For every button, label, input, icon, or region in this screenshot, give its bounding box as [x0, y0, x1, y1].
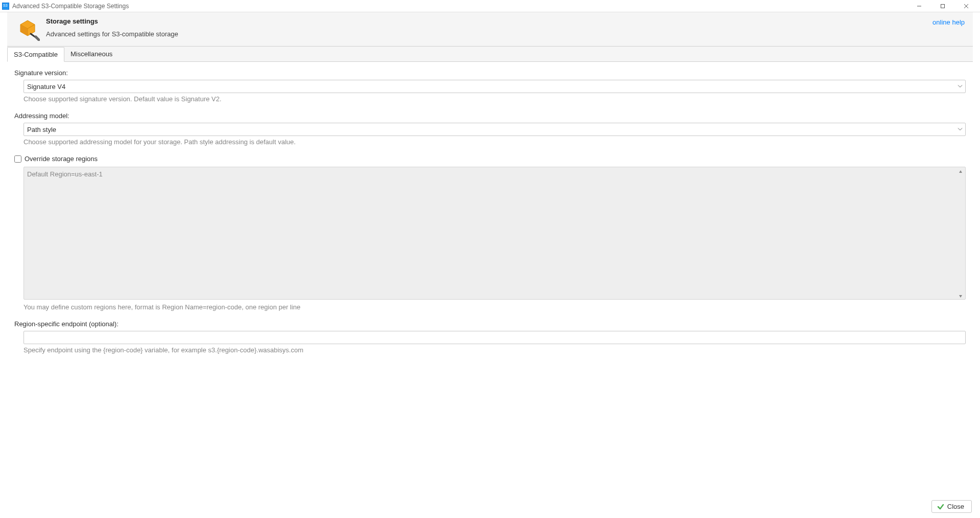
- header-panel: Storage settings Advanced settings for S…: [7, 12, 973, 47]
- tab-s3-compatible[interactable]: S3-Compatible: [7, 47, 64, 62]
- endpoint-input[interactable]: [24, 331, 966, 344]
- override-regions-row: Override storage regions: [14, 155, 966, 163]
- addressing-model-label: Addressing model:: [14, 112, 966, 120]
- minimize-icon: [917, 4, 922, 9]
- minimize-button[interactable]: [907, 0, 931, 12]
- endpoint-help: Specify endpoint using the {region-code}…: [24, 346, 966, 354]
- endpoint-label: Region-specific endpoint (optional):: [14, 320, 966, 328]
- signature-version-value: Signature V4: [27, 83, 65, 91]
- close-button[interactable]: Close: [931, 500, 972, 513]
- window-controls: [907, 0, 978, 12]
- signature-version-help: Choose supported signature version. Defa…: [24, 95, 966, 103]
- addressing-model-value: Path style: [27, 126, 56, 133]
- addressing-model-select[interactable]: Path style: [24, 123, 966, 136]
- header-subtitle: Advanced settings for S3-compatible stor…: [46, 30, 932, 38]
- close-icon: [964, 4, 969, 9]
- override-regions-label: Override storage regions: [25, 155, 98, 163]
- regions-textarea-wrap: [24, 167, 966, 301]
- signature-version-label: Signature version:: [14, 69, 966, 77]
- tabbar: S3-Compatible Miscellaneous: [7, 47, 973, 62]
- tab-miscellaneous[interactable]: Miscellaneous: [64, 47, 119, 62]
- close-button-label: Close: [947, 503, 964, 510]
- scroll-up-icon[interactable]: [958, 169, 964, 175]
- regions-textarea[interactable]: [24, 167, 966, 300]
- maximize-icon: [940, 4, 945, 9]
- addressing-model-select-wrap: Path style: [24, 123, 966, 136]
- signature-version-select-wrap: Signature V4: [24, 80, 966, 93]
- titlebar: Advanced S3-Compatible Storage Settings: [0, 0, 980, 12]
- footer: Close: [0, 495, 980, 518]
- regions-help: You may define custom regions here, form…: [24, 303, 966, 311]
- online-help-link[interactable]: online help: [932, 18, 965, 26]
- header-title: Storage settings: [46, 17, 932, 25]
- maximize-button[interactable]: [931, 0, 954, 12]
- check-icon: [937, 503, 944, 510]
- scroll-down-icon[interactable]: [958, 293, 964, 299]
- app-icon: [2, 3, 9, 10]
- signature-version-select[interactable]: Signature V4: [24, 80, 966, 93]
- storage-icon: [15, 16, 40, 41]
- addressing-model-help: Choose supported addressing model for yo…: [24, 138, 966, 146]
- header-text: Storage settings Advanced settings for S…: [46, 16, 932, 38]
- window-title: Advanced S3-Compatible Storage Settings: [12, 3, 907, 10]
- svg-rect-1: [941, 4, 945, 8]
- override-regions-checkbox[interactable]: [14, 155, 21, 163]
- close-window-button[interactable]: [954, 0, 978, 12]
- content: Signature version: Signature V4 Choose s…: [0, 62, 980, 362]
